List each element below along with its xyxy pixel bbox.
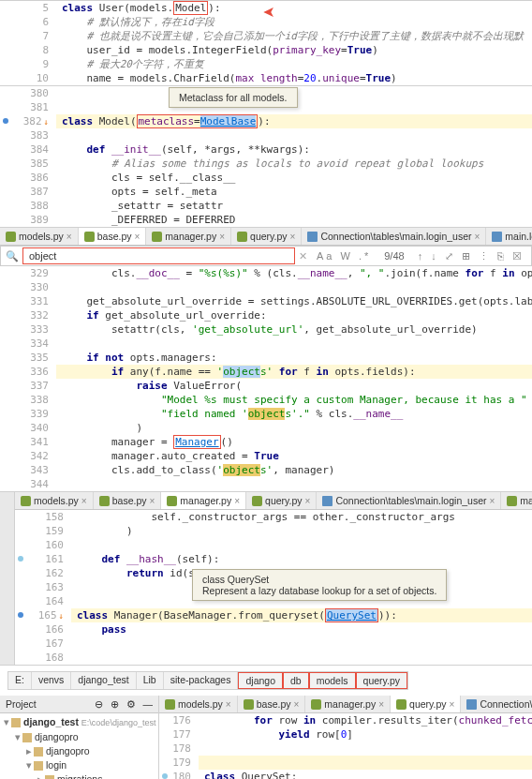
tab-models-py[interactable]: models.py× [15, 492, 94, 509]
search-nav-icons[interactable]: ↑ ↓ ⤢ ⊞ ⋮ ⎘ ☒ [412, 250, 530, 262]
py-icon [84, 232, 95, 242]
search-hit: object [223, 464, 260, 476]
model-ref-box: Model [173, 1, 208, 15]
tab-base-py[interactable]: base.py× [79, 228, 147, 245]
tab-query-py[interactable]: query.py× [246, 492, 317, 509]
gutter-5: 176177178179 180 181182183 [159, 713, 199, 779]
close-icon[interactable]: × [450, 699, 455, 710]
footer-editor: models.py×base.py×manager.py×query.py×Co… [159, 696, 532, 779]
clear-icon[interactable]: ✕ [295, 250, 311, 262]
project-title: Project [6, 698, 37, 710]
tab-query-py[interactable]: query.py× [231, 228, 302, 245]
gutter-4: 158159160 161 162163164 165↓ 166167168 [15, 510, 71, 665]
gear-icon[interactable]: ⚙ [126, 698, 136, 710]
code-area-1[interactable]: class User(models.Model): # 默认情况下，存在id字段… [56, 1, 532, 85]
line-marker[interactable]: 180 [159, 770, 199, 779]
close-icon[interactable]: × [219, 232, 225, 242]
py-icon [396, 699, 406, 710]
dir-icon [34, 761, 43, 771]
close-icon[interactable]: × [490, 496, 495, 506]
tab-connection-tables-main-login_user[interactable]: Connection\tables\main.login_user× [461, 696, 532, 712]
tab-main-login[interactable]: main.login× [501, 492, 532, 509]
db-icon [307, 232, 318, 242]
crumb-sitepackages[interactable]: site-packages [164, 672, 239, 689]
line-marker[interactable]: 165↓ [15, 608, 71, 622]
close-icon[interactable]: × [234, 496, 240, 506]
footer-pane: E:venvsdjango_testLibsite-packagesdjango… [0, 665, 532, 779]
close-icon[interactable]: × [134, 232, 140, 242]
tab-query-py[interactable]: query.py× [391, 696, 461, 712]
project-header[interactable]: Project ⊖ ⊕ ⚙ — [0, 696, 158, 713]
collapse-icon[interactable]: ⊖ [95, 698, 103, 710]
dir-icon [22, 733, 32, 742]
tab-base-py[interactable]: base.py× [238, 696, 306, 712]
gutter-3: 3293303313323333343353363373383393403413… [0, 266, 56, 491]
crumb-querypy[interactable]: query.py [356, 672, 408, 689]
py-icon [507, 496, 517, 506]
close-icon[interactable]: × [378, 699, 384, 710]
line-marker[interactable]: 382↓ [0, 114, 56, 128]
tab-base-py[interactable]: base.py× [94, 492, 162, 509]
search-options[interactable]: Aa W .* [311, 250, 377, 262]
search-input[interactable]: object [22, 247, 295, 264]
hide-icon[interactable]: — [143, 698, 154, 710]
crumb-venvs[interactable]: venvs [32, 672, 71, 689]
close-icon[interactable]: × [149, 496, 155, 506]
code-area-5[interactable]: for row in compiler.results_iter(chunked… [199, 713, 532, 779]
vertical-toolbar[interactable] [0, 492, 15, 665]
project-tree[interactable]: ▾django_test E:\code\django_test▾djangop… [0, 713, 158, 779]
tree-item-djangopro[interactable]: ▸djangopro [4, 744, 155, 758]
close-icon[interactable]: × [226, 699, 231, 710]
queryset-link-box[interactable]: QuerySet [325, 608, 378, 622]
gutter-2: 380381 382↓ 383384385386387388389 [0, 86, 56, 227]
py-icon [311, 699, 321, 710]
modelbase-link[interactable]: ModelBase [200, 115, 257, 127]
line-marker[interactable]: 161 [15, 552, 71, 566]
crumb-django_test[interactable]: django_test [71, 672, 136, 689]
close-icon[interactable]: × [293, 699, 299, 710]
tab-bar-3: models.py×base.py×manager.py×query.py×Co… [0, 228, 532, 246]
py-icon [244, 699, 254, 710]
find-bar: 🔍 object ✕ Aa W .* 9/48 ↑ ↓ ⤢ ⊞ ⋮ ⎘ ☒ [0, 246, 532, 266]
crumb-django[interactable]: django [238, 672, 283, 689]
tab-bar-5: models.py×base.py×manager.py×query.py×Co… [159, 696, 532, 713]
py-icon [6, 232, 16, 242]
tab-connection-tables-main-login_user[interactable]: Connection\tables\main.login_user× [302, 228, 486, 245]
dir-icon [34, 747, 43, 757]
crumb-Lib[interactable]: Lib [137, 672, 164, 689]
tab-models-py[interactable]: models.py× [159, 696, 238, 712]
code-area-3[interactable]: cls.__doc__ = "%s(%s)" % (cls.__name__, … [56, 266, 532, 491]
tree-item-migrations[interactable]: ▸migrations [4, 772, 155, 779]
crumb-db[interactable]: db [283, 672, 309, 689]
project-panel: Project ⊖ ⊕ ⚙ — ▾django_test E:\code\dja… [0, 696, 159, 779]
crumb-models[interactable]: models [309, 672, 356, 689]
tooltip-metaclass: Metaclass for all models. [169, 87, 298, 108]
tab-models-py[interactable]: models.py× [0, 228, 79, 245]
py-icon [167, 496, 177, 506]
tree-item-djangopro[interactable]: ▾djangopro [4, 730, 155, 744]
tab-manager-py[interactable]: manager.py× [146, 228, 231, 245]
close-icon[interactable]: × [81, 496, 87, 506]
tab-manager-py[interactable]: manager.py× [305, 696, 391, 712]
tab-connection-tables-main-login_user[interactable]: Connection\tables\main.login_user× [317, 492, 501, 509]
crumb-E[interactable]: E: [8, 672, 32, 689]
py-icon [21, 496, 31, 506]
py-icon [252, 496, 262, 506]
editor-pane-3: models.py×base.py×manager.py×query.py×Co… [0, 227, 532, 491]
manager-link-box[interactable]: Manager [173, 435, 220, 449]
py-icon [99, 496, 110, 506]
close-icon[interactable]: × [66, 232, 72, 242]
project-root[interactable]: ▾django_test E:\code\django_test [4, 715, 155, 730]
tab-manager-py[interactable]: manager.py× [161, 492, 246, 509]
editor-pane-4: models.py×base.py×manager.py×query.py×Co… [0, 491, 532, 665]
tooltip-queryset: class QuerySetRepresent a lazy database … [192, 569, 447, 601]
close-icon[interactable]: × [290, 232, 296, 242]
breadcrumb[interactable]: E:venvsdjango_testLibsite-packagesdjango… [7, 671, 408, 690]
search-icon: 🔍 [2, 250, 22, 262]
gutter-1: 5678910 [0, 1, 56, 85]
tree-item-login[interactable]: ▾login [4, 758, 155, 772]
close-icon[interactable]: × [475, 232, 480, 242]
close-icon[interactable]: × [305, 496, 311, 506]
select-icon[interactable]: ⊕ [111, 698, 119, 710]
tab-main-login_user--db-[interactable]: main.login_user [db]× [486, 228, 532, 245]
